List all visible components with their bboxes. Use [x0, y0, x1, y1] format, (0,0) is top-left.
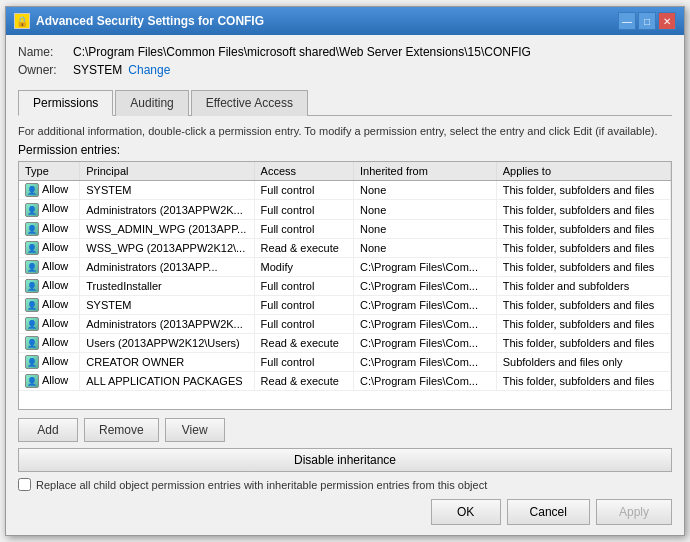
cell-principal: SYSTEM: [80, 181, 254, 200]
cell-principal: SYSTEM: [80, 295, 254, 314]
permissions-table-container[interactable]: Type Principal Access Inherited from App…: [18, 161, 672, 410]
tab-permissions[interactable]: Permissions: [18, 90, 113, 116]
change-link[interactable]: Change: [128, 63, 170, 77]
minimize-button[interactable]: —: [618, 12, 636, 30]
title-bar-left: 🔒 Advanced Security Settings for CONFIG: [14, 13, 264, 29]
cell-type: 👤Allow: [19, 238, 80, 257]
cell-principal: ALL APPLICATION PACKAGES: [80, 372, 254, 391]
name-row: Name: C:\Program Files\Common Files\micr…: [18, 45, 672, 59]
table-header-row: Type Principal Access Inherited from App…: [19, 162, 671, 181]
table-row[interactable]: 👤Allow Administrators (2013APPW2K... Ful…: [19, 315, 671, 334]
table-row[interactable]: 👤Allow WSS_WPG (2013APPW2K12\... Read & …: [19, 238, 671, 257]
cell-principal: Administrators (2013APP...: [80, 257, 254, 276]
cell-inherited: None: [354, 219, 497, 238]
cell-inherited: C:\Program Files\Com...: [354, 276, 497, 295]
cell-type: 👤Allow: [19, 372, 80, 391]
table-row[interactable]: 👤Allow WSS_ADMIN_WPG (2013APP... Full co…: [19, 219, 671, 238]
cell-inherited: C:\Program Files\Com...: [354, 372, 497, 391]
table-row[interactable]: 👤Allow Users (2013APPW2K12\Users) Read &…: [19, 334, 671, 353]
table-row[interactable]: 👤Allow SYSTEM Full control None This fol…: [19, 181, 671, 200]
cell-applies: Subfolders and files only: [496, 353, 670, 372]
name-value: C:\Program Files\Common Files\microsoft …: [73, 45, 531, 59]
cell-type: 👤Allow: [19, 295, 80, 314]
window-title: Advanced Security Settings for CONFIG: [36, 14, 264, 28]
cell-inherited: C:\Program Files\Com...: [354, 257, 497, 276]
cell-access: Read & execute: [254, 238, 353, 257]
cell-applies: This folder, subfolders and files: [496, 257, 670, 276]
cell-access: Read & execute: [254, 334, 353, 353]
replace-checkbox-label: Replace all child object permission entr…: [36, 479, 487, 491]
owner-row: Owner: SYSTEM Change: [18, 63, 672, 77]
cell-access: Full control: [254, 219, 353, 238]
remove-button[interactable]: Remove: [84, 418, 159, 442]
main-content: Name: C:\Program Files\Common Files\micr…: [6, 35, 684, 535]
table-row[interactable]: 👤Allow TrustedInstaller Full control C:\…: [19, 276, 671, 295]
cell-type: 👤Allow: [19, 315, 80, 334]
owner-label: Owner:: [18, 63, 73, 77]
title-bar: 🔒 Advanced Security Settings for CONFIG …: [6, 7, 684, 35]
cell-type: 👤Allow: [19, 257, 80, 276]
maximize-button[interactable]: □: [638, 12, 656, 30]
cell-type: 👤Allow: [19, 181, 80, 200]
ok-button[interactable]: OK: [431, 499, 501, 525]
cell-principal: WSS_WPG (2013APPW2K12\...: [80, 238, 254, 257]
cell-applies: This folder, subfolders and files: [496, 181, 670, 200]
cell-applies: This folder and subfolders: [496, 276, 670, 295]
cell-principal: Users (2013APPW2K12\Users): [80, 334, 254, 353]
replace-checkbox[interactable]: [18, 478, 31, 491]
cell-inherited: C:\Program Files\Com...: [354, 295, 497, 314]
permissions-table: Type Principal Access Inherited from App…: [19, 162, 671, 391]
col-principal: Principal: [80, 162, 254, 181]
replace-checkbox-row: Replace all child object permission entr…: [18, 478, 672, 491]
cell-access: Full control: [254, 353, 353, 372]
table-row[interactable]: 👤Allow ALL APPLICATION PACKAGES Read & e…: [19, 372, 671, 391]
add-button[interactable]: Add: [18, 418, 78, 442]
tab-auditing[interactable]: Auditing: [115, 90, 188, 116]
table-row[interactable]: 👤Allow Administrators (2013APPW2K... Ful…: [19, 200, 671, 219]
cell-access: Full control: [254, 315, 353, 334]
cell-type: 👤Allow: [19, 334, 80, 353]
table-row[interactable]: 👤Allow CREATOR OWNER Full control C:\Pro…: [19, 353, 671, 372]
cell-applies: This folder, subfolders and files: [496, 238, 670, 257]
cell-applies: This folder, subfolders and files: [496, 200, 670, 219]
action-buttons-row: Add Remove View: [18, 418, 672, 442]
cell-inherited: C:\Program Files\Com...: [354, 334, 497, 353]
cell-access: Read & execute: [254, 372, 353, 391]
name-label: Name:: [18, 45, 73, 59]
view-button[interactable]: View: [165, 418, 225, 442]
col-access: Access: [254, 162, 353, 181]
cell-principal: Administrators (2013APPW2K...: [80, 315, 254, 334]
cell-inherited: C:\Program Files\Com...: [354, 353, 497, 372]
tab-effective-access[interactable]: Effective Access: [191, 90, 308, 116]
cell-access: Full control: [254, 276, 353, 295]
cell-type: 👤Allow: [19, 276, 80, 295]
cancel-button[interactable]: Cancel: [507, 499, 590, 525]
cell-type: 👤Allow: [19, 200, 80, 219]
table-row[interactable]: 👤Allow Administrators (2013APP... Modify…: [19, 257, 671, 276]
window: 🔒 Advanced Security Settings for CONFIG …: [5, 6, 685, 536]
table-body: 👤Allow SYSTEM Full control None This fol…: [19, 181, 671, 391]
description-text: For additional information, double-click…: [18, 124, 672, 139]
close-button[interactable]: ✕: [658, 12, 676, 30]
col-applies: Applies to: [496, 162, 670, 181]
cell-inherited: None: [354, 181, 497, 200]
title-buttons: — □ ✕: [618, 12, 676, 30]
cell-principal: WSS_ADMIN_WPG (2013APP...: [80, 219, 254, 238]
cell-access: Modify: [254, 257, 353, 276]
cell-applies: This folder, subfolders and files: [496, 315, 670, 334]
apply-button[interactable]: Apply: [596, 499, 672, 525]
cell-inherited: None: [354, 238, 497, 257]
cell-access: Full control: [254, 295, 353, 314]
section-label: Permission entries:: [18, 143, 672, 157]
col-inherited: Inherited from: [354, 162, 497, 181]
cell-type: 👤Allow: [19, 219, 80, 238]
cell-applies: This folder, subfolders and files: [496, 219, 670, 238]
table-row[interactable]: 👤Allow SYSTEM Full control C:\Program Fi…: [19, 295, 671, 314]
cell-applies: This folder, subfolders and files: [496, 295, 670, 314]
disable-inheritance-button[interactable]: Disable inheritance: [18, 448, 672, 472]
footer-buttons: OK Cancel Apply: [18, 499, 672, 525]
cell-type: 👤Allow: [19, 353, 80, 372]
col-type: Type: [19, 162, 80, 181]
cell-inherited: None: [354, 200, 497, 219]
cell-access: Full control: [254, 200, 353, 219]
